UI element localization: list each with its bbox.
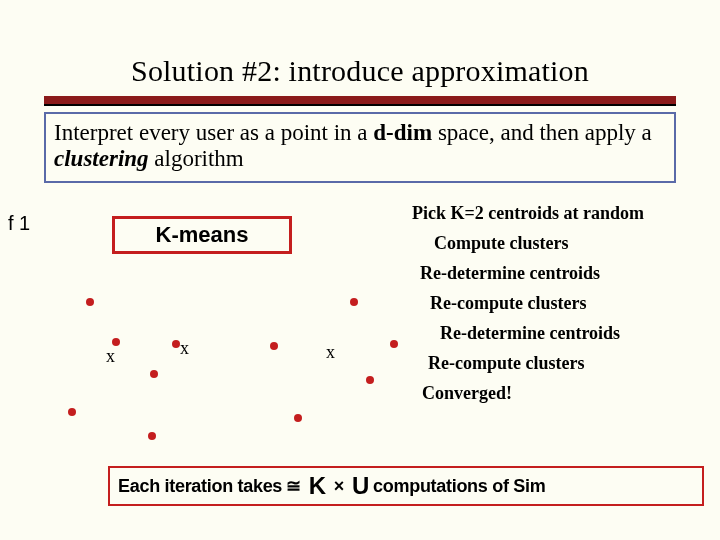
times-symbol: × (334, 476, 344, 497)
data-point (112, 338, 120, 346)
kmeans-label: K-means (156, 222, 249, 248)
interp-bold: d-dim (373, 120, 432, 145)
step-3: Re-determine centroids (412, 264, 712, 282)
interpretation-box: Interpret every user as a point in a d-d… (44, 112, 676, 183)
title-underline (44, 96, 676, 106)
centroid-marker: x (106, 346, 115, 367)
interp-pre: Interpret every user as a point in a (54, 120, 373, 145)
data-point (68, 408, 76, 416)
step-1: Pick K=2 centroids at random (412, 204, 712, 222)
step-4: Re-compute clusters (412, 294, 712, 312)
centroid-marker: x (180, 338, 189, 359)
complexity-box: Each iteration takes ≅ K × U computation… (108, 466, 704, 506)
foot-u: U (352, 472, 369, 500)
centroid-marker: x (326, 342, 335, 363)
slide: Solution #2: introduce approximation Int… (0, 0, 720, 540)
data-point (86, 298, 94, 306)
data-point (172, 340, 180, 348)
data-point (148, 432, 156, 440)
data-point (294, 414, 302, 422)
step-6: Re-compute clusters (412, 354, 712, 372)
axis-label-f1: f 1 (8, 212, 30, 235)
data-point (270, 342, 278, 350)
interp-post: algorithm (149, 146, 244, 171)
data-point (150, 370, 158, 378)
data-point (390, 340, 398, 348)
slide-title: Solution #2: introduce approximation (0, 54, 720, 88)
data-point (366, 376, 374, 384)
data-point (350, 298, 358, 306)
step-5: Re-determine centroids (412, 324, 712, 342)
interp-mid: space, and then apply a (432, 120, 652, 145)
algorithm-steps: Pick K=2 centroids at random Compute clu… (412, 204, 712, 414)
kmeans-box: K-means (112, 216, 292, 254)
step-2: Compute clusters (412, 234, 712, 252)
foot-post: computations of Sim (373, 476, 545, 497)
foot-pre: Each iteration takes (118, 476, 282, 497)
interp-em: clustering (54, 146, 149, 171)
step-7: Converged! (412, 384, 712, 402)
approx-symbol: ≅ (286, 475, 301, 497)
foot-k: K (309, 472, 326, 500)
